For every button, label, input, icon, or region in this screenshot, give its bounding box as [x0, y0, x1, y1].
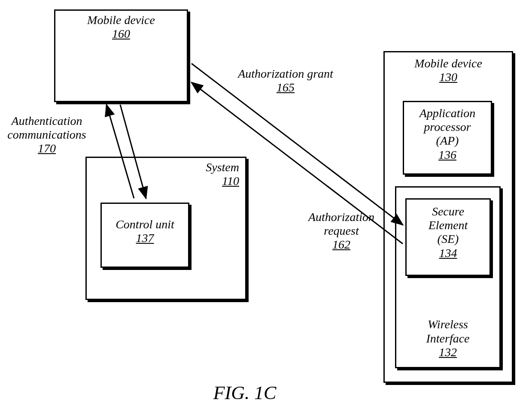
label-mobile-device-160-ref: 160 — [55, 27, 187, 41]
label-authreq-line2: request — [296, 224, 386, 238]
label-authentication-communications-170: Authentication communications 170 — [0, 114, 96, 156]
label-authcomm-line2: communications — [0, 128, 96, 142]
label-system-title: System — [206, 161, 239, 174]
label-system-ref: 110 — [206, 174, 239, 188]
label-ap-ref: 136 — [404, 148, 491, 162]
label-se-ref: 134 — [407, 246, 489, 260]
label-se-line1: Secure — [407, 205, 489, 218]
label-ap-line2: processor — [404, 120, 491, 134]
label-authreq-ref: 162 — [296, 238, 386, 251]
label-authgrant-line1: Authorization grant — [223, 67, 348, 81]
label-control-unit-title: Control unit — [102, 218, 188, 231]
label-authorization-request-162: Authorization request 162 — [296, 210, 386, 252]
label-wi-line1: Wireless — [396, 318, 499, 331]
label-mobile-device-130-title: Mobile device — [385, 57, 512, 70]
label-authorization-grant-165: Authorization grant 165 — [223, 67, 348, 94]
diagram-canvas: Mobile device 160 System 110 Control uni… — [0, 0, 532, 409]
box-application-processor-136: Application processor (AP) 136 — [403, 101, 492, 175]
figure-caption: FIG. 1C — [189, 382, 301, 404]
label-authcomm-ref: 170 — [0, 142, 96, 155]
label-control-unit-ref: 137 — [102, 231, 188, 245]
label-mobile-device-130-ref: 130 — [385, 70, 512, 84]
label-wi-line2: Interface — [396, 332, 499, 345]
box-secure-element-134: Secure Element (SE) 134 — [405, 198, 491, 276]
label-se-line3: (SE) — [407, 232, 489, 246]
box-mobile-device-160: Mobile device 160 — [54, 9, 188, 102]
label-se-line2: Element — [407, 218, 489, 232]
label-authcomm-line1: Authentication — [0, 114, 96, 128]
label-ap-line3: (AP) — [404, 134, 491, 148]
label-authreq-line1: Authorization — [296, 210, 386, 224]
label-mobile-device-160-title: Mobile device — [55, 13, 187, 27]
box-control-unit-137: Control unit 137 — [100, 203, 189, 268]
label-wi-ref: 132 — [396, 345, 499, 359]
label-authgrant-ref: 165 — [223, 81, 348, 94]
label-ap-line1: Application — [404, 106, 491, 120]
